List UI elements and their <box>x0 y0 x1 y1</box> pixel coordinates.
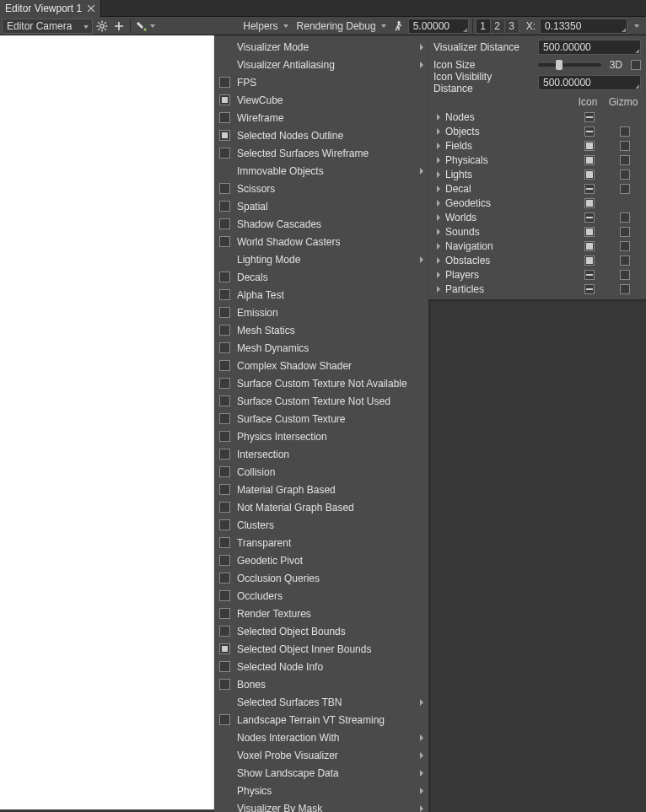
checkbox[interactable] <box>584 141 595 151</box>
menu-item[interactable]: Not Material Graph Based <box>214 498 428 516</box>
category-row[interactable]: Nodes <box>433 110 641 124</box>
menu-item[interactable]: Voxel Probe Visualizer <box>214 746 428 764</box>
menu-item[interactable]: Geodetic Pivot <box>214 551 428 569</box>
menu-item[interactable]: Shadow Cascades <box>214 215 428 233</box>
slider-thumb[interactable] <box>556 60 563 70</box>
category-row[interactable]: Worlds <box>433 210 641 224</box>
axis-value-field[interactable]: 0.13350 <box>540 19 627 34</box>
checkbox[interactable] <box>584 284 595 294</box>
menu-item[interactable]: World Shadow Casters <box>214 233 428 250</box>
menu-item[interactable]: FPS <box>214 73 428 91</box>
preset-button-3[interactable]: 3 <box>504 19 519 34</box>
checkbox[interactable] <box>620 241 630 251</box>
checkbox[interactable] <box>620 227 630 237</box>
menu-item[interactable]: Mesh Statics <box>214 321 428 339</box>
category-row[interactable]: Obstacles <box>433 253 641 267</box>
checkbox[interactable] <box>620 141 630 151</box>
menu-item[interactable]: Visualizer By Mask <box>214 799 428 812</box>
menu-item[interactable]: Selected Node Info <box>214 658 428 675</box>
gear-icon[interactable] <box>94 19 110 34</box>
checkbox[interactable] <box>620 155 630 165</box>
menu-item[interactable]: Transparent <box>214 534 428 551</box>
category-row[interactable]: Particles <box>433 282 641 296</box>
menu-item[interactable]: Visualizer Antialiasing <box>214 56 428 73</box>
checkbox[interactable] <box>584 255 595 266</box>
menu-item[interactable]: Collision <box>214 463 428 481</box>
checkbox[interactable] <box>620 212 630 223</box>
menu-item[interactable]: Selected Surfaces Wireframe <box>214 144 428 162</box>
rendering-debug-menu-button[interactable]: Rendering Debug <box>293 19 390 34</box>
menu-item[interactable]: Lighting Mode <box>214 250 428 268</box>
speed-field[interactable]: 5.00000 <box>408 19 469 34</box>
menu-item[interactable]: Material Graph Based <box>214 481 428 498</box>
run-icon[interactable] <box>391 19 406 34</box>
visualizer-distance-field[interactable]: 500.00000 <box>538 40 641 55</box>
checkbox[interactable] <box>584 184 595 194</box>
checkbox[interactable] <box>620 169 630 180</box>
checkbox[interactable] <box>584 169 595 180</box>
category-row[interactable]: Objects <box>433 124 641 138</box>
menu-item[interactable]: Spatial <box>214 197 428 215</box>
menu-item[interactable]: Complex Shadow Shader <box>214 357 428 374</box>
menu-item[interactable]: Scissors <box>214 180 428 197</box>
menu-item[interactable]: Mesh Dynamics <box>214 339 428 357</box>
menu-item[interactable]: Bones <box>214 675 428 693</box>
checkbox[interactable] <box>620 284 630 294</box>
checkbox[interactable] <box>620 126 630 137</box>
menu-item[interactable]: ViewCube <box>214 91 428 109</box>
3d-checkbox[interactable] <box>631 60 641 70</box>
checkbox[interactable] <box>584 126 595 137</box>
menu-item[interactable]: Alpha Test <box>214 286 428 304</box>
menu-item[interactable]: Visualizer Mode <box>214 38 428 56</box>
category-row[interactable]: Players <box>433 267 641 282</box>
category-row[interactable]: Fields <box>433 138 641 153</box>
menu-item[interactable]: Occluders <box>214 587 428 605</box>
category-row[interactable]: Navigation <box>433 239 641 253</box>
menu-item[interactable]: Clusters <box>214 516 428 534</box>
checkbox[interactable] <box>620 184 630 194</box>
checkbox[interactable] <box>620 255 630 266</box>
menu-item[interactable]: Selected Surfaces TBN <box>214 693 428 711</box>
dropdown-icon[interactable] <box>629 19 644 34</box>
close-icon[interactable] <box>87 4 95 13</box>
checkbox[interactable] <box>584 112 595 122</box>
checkbox[interactable] <box>584 241 595 251</box>
menu-item[interactable]: Selected Nodes Outline <box>214 126 428 144</box>
category-row[interactable]: Physicals <box>433 153 641 167</box>
plus-icon[interactable] <box>111 19 127 34</box>
menu-item[interactable]: Surface Custom Texture Not Available <box>214 374 428 392</box>
menu-item[interactable]: Landscape Terrain VT Streaming <box>214 711 428 729</box>
menu-item[interactable]: Wireframe <box>214 109 428 126</box>
checkbox[interactable] <box>584 198 595 208</box>
preset-button-2[interactable]: 2 <box>490 19 505 34</box>
menu-item[interactable]: Occlusion Queries <box>214 569 428 587</box>
viewport-canvas[interactable] <box>0 35 214 809</box>
menu-item[interactable]: Render Textures <box>214 605 428 622</box>
menu-item[interactable]: Physics Intersection <box>214 428 428 445</box>
menu-item[interactable]: Intersection <box>214 445 428 463</box>
menu-item[interactable]: Selected Object Bounds <box>214 622 428 640</box>
checkbox[interactable] <box>584 270 595 280</box>
tab-editor-viewport[interactable]: Editor Viewport 1 <box>0 0 101 17</box>
checkbox[interactable] <box>584 227 595 237</box>
category-row[interactable]: Decal <box>433 181 641 196</box>
category-row[interactable]: Geodetics <box>433 196 641 210</box>
camera-selector[interactable]: Editor Camera <box>2 19 93 34</box>
menu-item[interactable]: Surface Custom Texture Not Used <box>214 392 428 410</box>
icon-visibility-distance-field[interactable]: 500.00000 <box>538 75 641 90</box>
checkbox[interactable] <box>584 155 595 165</box>
menu-item[interactable]: Selected Object Inner Bounds <box>214 640 428 658</box>
menu-item[interactable]: Decals <box>214 268 428 286</box>
snap-dropdown-icon[interactable] <box>134 19 156 34</box>
icon-size-slider[interactable] <box>538 63 601 67</box>
menu-item[interactable]: Nodes Interaction With <box>214 729 428 746</box>
category-row[interactable]: Lights <box>433 167 641 181</box>
menu-item[interactable]: Immovable Objects <box>214 162 428 180</box>
helpers-menu-button[interactable]: Helpers <box>240 19 291 34</box>
menu-item[interactable]: Physics <box>214 782 428 799</box>
checkbox[interactable] <box>584 212 595 223</box>
menu-item[interactable]: Show Landscape Data <box>214 764 428 782</box>
preset-button-1[interactable]: 1 <box>476 19 491 34</box>
menu-item[interactable]: Surface Custom Texture <box>214 410 428 428</box>
menu-item[interactable]: Emission <box>214 304 428 321</box>
